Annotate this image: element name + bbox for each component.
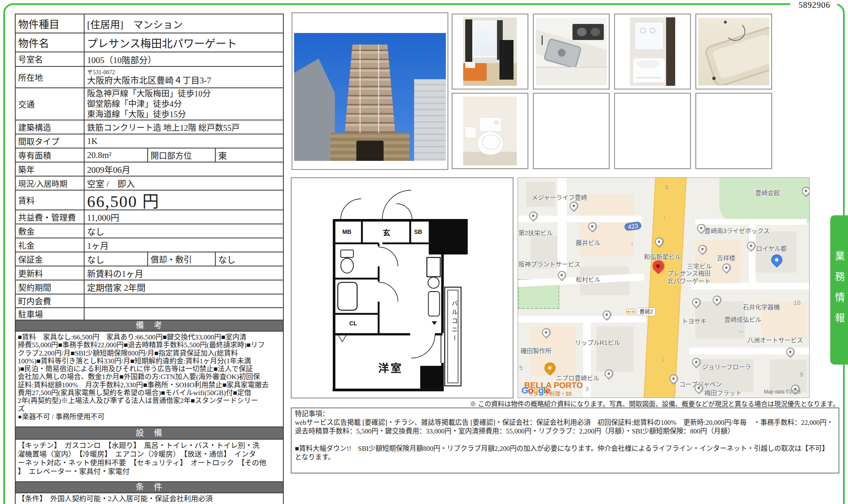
road-arrow-icon: ↓ (662, 213, 666, 221)
row-value: 1K (85, 134, 283, 148)
map-label: ジョリーフローラ (702, 362, 751, 371)
row-value: なし (85, 252, 148, 266)
table-row: 共益費・管理費 11,000円 (16, 210, 283, 224)
row-value: [住居用] マンション (85, 14, 283, 33)
row-value: 11,000円 (85, 210, 283, 224)
remarks-text: ■賃料 家具なし:66,500円 家具あり:66,500円■鍵交換代33,000… (16, 331, 283, 426)
row-value: 1005（10階部分） (85, 52, 283, 66)
map-label: 豊崎成弘ビル (724, 315, 761, 323)
conditions-text: 【条件】 外国人契約可能・2人入居可能・保証会社利用必須 (16, 492, 283, 504)
equipment-text: 【キッチン】 ガスコンロ 【水廻り】 風呂・トイレ・バス・トイレ別・洗 濯機置場… (16, 439, 283, 481)
table-row: 賃料 66,500 円 (16, 190, 283, 210)
row-label: 礼金 (16, 238, 85, 252)
row-label: 建築構造 (16, 120, 85, 134)
map-label: 豊崎会館 (755, 188, 780, 197)
equipment-header: 設 備 (16, 426, 283, 439)
map-label: 阪神プラントサービス (518, 259, 580, 268)
row-subvalue: なし (216, 252, 283, 266)
map-attribution: Map data ©2023 (764, 389, 801, 395)
row-label: 築年 (16, 163, 85, 176)
row-sublabel: 開口部方位 (148, 148, 216, 162)
row-value (85, 308, 283, 320)
map-label: 豊崎南3ライゼボックス (704, 226, 770, 235)
floorplan-label-sb: SB (414, 228, 422, 235)
photo-bath (695, 14, 772, 89)
row-label: 間取タイプ (16, 134, 85, 148)
road-arrow-icon: ↑ (630, 240, 634, 248)
floorplan-label-cl: CL (349, 320, 357, 327)
map-label: 吉祥楼 (717, 253, 735, 262)
building-base (330, 133, 409, 161)
row-label: 専有面積 (16, 148, 85, 162)
block-number: 5 (665, 184, 668, 191)
table-row: 町内会費 (16, 294, 283, 307)
block-number: 10 (794, 299, 801, 306)
row-label: 共益費・管理費 (16, 210, 85, 224)
table-row: 敷金 なし (16, 224, 283, 238)
row-value: 定期借家 2年間 (85, 280, 283, 294)
photo-slot-empty (533, 93, 610, 169)
main-road (643, 177, 687, 398)
bedroom-photo-image (463, 17, 517, 86)
row-label: 町内会費 (16, 294, 85, 307)
floorplan-label-room: 洋室 (378, 360, 403, 375)
access-line: 阪急神戸線「大阪梅田」徒歩10分 (87, 89, 280, 99)
access-line: 東海道線「大阪」徒歩15分 (87, 109, 280, 120)
row-value: 鉄筋コンクリート造 地上12階 総戸数55戸 (85, 120, 283, 134)
property-flyer-page: 5892906 物件種目 [住居用] マンション 物件名 プレサンス梅田北パワー… (0, 0, 848, 504)
row-value: なし (85, 224, 283, 238)
row-value: 空室 / 即入 (85, 177, 283, 190)
doc-number: 5892906 (799, 0, 830, 10)
road-arrow-icon: ↓ (662, 355, 665, 363)
traffic-light-icon (626, 309, 635, 314)
map-park (719, 178, 810, 222)
bath-photo-image (698, 18, 769, 85)
table-row: 専有面積 20.8m² 開口部方位 東 (16, 148, 283, 162)
row-label: 賃料 (16, 191, 85, 210)
row-label: 駐車場 (16, 308, 85, 320)
photo-washstand (614, 14, 691, 89)
map-canvas: ↑ ↓ ↓ ← ↓ メジャーライフ豊崎 豊崎会館 第2扶栄ビル 藤井ビル 豊崎 (518, 177, 810, 398)
map-label: 藤井ビル (576, 238, 601, 247)
table-row: 物件種目 [住居用] マンション (16, 14, 283, 33)
floorplan-label-balcony: バルコニー (450, 300, 459, 344)
map-label: 梅田フラット (704, 388, 742, 397)
map-label: 松村ビル (576, 275, 601, 283)
business-info-tab[interactable]: 業務情報 (830, 215, 848, 365)
map-label: 第2扶栄ビル (518, 228, 553, 237)
block-number: 9 (800, 371, 803, 378)
map-label: 和弘新星ビル (644, 252, 681, 261)
table-row: 更新料 新賃料の1ヶ月 (16, 266, 283, 280)
row-label: 保証金 (16, 252, 85, 266)
floorplan: MB 玄 SB CL 洋室 バルコニー (291, 177, 514, 398)
kitchen-photo-image (536, 18, 607, 85)
tower (344, 45, 396, 139)
disclaimer-note: ※ この資料は物件の概略紹介資料になります。写真、間取図面、設備、概要などが現況… (415, 398, 839, 408)
right-building (414, 79, 446, 161)
row-subvalue: 東 (216, 148, 283, 162)
google-logo: Google (521, 385, 550, 396)
map-label: 八洲オートサービス (747, 335, 803, 344)
map-label: 磯田製作所 (521, 346, 551, 355)
road-arrow-icon: ← (738, 327, 745, 334)
washstand-photo-image (630, 17, 675, 86)
map-label: リップルR1ビル (575, 338, 620, 346)
block-number: 3 (585, 385, 589, 392)
table-row: 物件名 プレサンス梅田北パワーゲート (16, 33, 283, 52)
row-value: 2009年06月 (85, 163, 283, 176)
row-label: 現況/入居時期 (16, 177, 85, 190)
table-row: 所在地 〒531-0072 大阪府大阪市北区豊崎４丁目3-7 (16, 66, 283, 87)
conditions-header: 条 件 (16, 481, 283, 492)
table-row: 保証金 なし 償却・敷引 なし (16, 252, 283, 266)
rent-value: 66,500 円 (85, 191, 283, 210)
photo-slot-empty (695, 93, 772, 169)
map-label: トヨサキ (682, 316, 707, 325)
photo-bedroom (452, 14, 528, 89)
table-row: 駐車場 (16, 307, 283, 320)
table-row: 契約期間 定期借家 2年間 (16, 280, 283, 294)
map-label: メジャーライフ豊崎 (532, 193, 587, 201)
row-value: プレサンス梅田北パワーゲート (85, 33, 283, 52)
row-label: 号室名 (16, 52, 85, 66)
intersection-badge: 豊崎2 (637, 308, 655, 316)
row-label: 契約期間 (16, 280, 85, 294)
